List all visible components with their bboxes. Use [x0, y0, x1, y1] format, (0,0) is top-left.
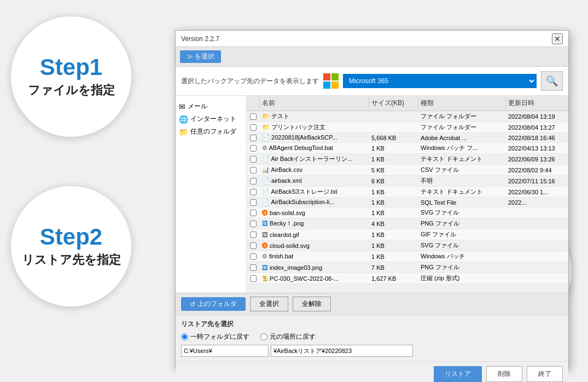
row-checkbox[interactable]: [247, 134, 260, 142]
file-type-icon: 📁: [262, 113, 270, 119]
row-checkbox[interactable]: [247, 241, 260, 250]
row-checkbox[interactable]: [247, 230, 260, 239]
sidebar-item-internet-label: インターネット: [190, 114, 236, 124]
row-checkbox[interactable]: [247, 252, 260, 261]
row-size: 1 KB: [369, 252, 418, 261]
row-type: テキスト ドキュメント: [418, 187, 506, 197]
row-size: 7 KB: [369, 263, 418, 272]
row-checkbox[interactable]: [247, 166, 260, 175]
file-type-icon: 🅐: [262, 242, 268, 249]
row-date: [506, 277, 568, 280]
step2-number: Step2: [40, 224, 102, 250]
file-type-icon: 📄: [262, 155, 270, 162]
dest-section-label: リストア先を選択: [181, 320, 563, 329]
select-all-button[interactable]: 全選択: [250, 297, 288, 311]
row-type: SVG ファイル: [418, 240, 506, 251]
table-row: ⚙ ABAgent DebugTool.bat 1 KB Windows バッチ…: [247, 143, 568, 154]
folder-icon: 📁: [179, 128, 188, 136]
deselect-all-button[interactable]: 全解除: [293, 297, 331, 311]
sidebar-item-folder[interactable]: 📁 任意のフォルダ: [178, 125, 244, 138]
step1-number: Step1: [40, 55, 102, 80]
file-list-body: 📁 テスト ファイル フォルダー 2022/08/04 13:19 📁 プリント…: [247, 111, 568, 293]
row-date: 2022/04/13 13:13: [506, 144, 568, 153]
sidebar-item-internet[interactable]: 🌐 インターネット: [178, 113, 244, 125]
row-size: 5,668 KB: [369, 134, 418, 142]
row-name: ⚙ finish.bat: [260, 252, 369, 261]
up-folder-button[interactable]: ↺ 上のフォルダ: [181, 297, 246, 311]
dest-options: 一時フォルダに戻す 元の場所に戻す: [181, 332, 563, 342]
row-type: SQL Text File: [418, 198, 506, 207]
delete-button[interactable]: 削除: [486, 366, 522, 382]
file-type-icon: 🅐: [262, 210, 268, 216]
row-checkbox[interactable]: [247, 123, 260, 132]
file-type-icon: 🗜: [262, 275, 268, 282]
row-type: ファイル フォルダー: [418, 111, 506, 121]
backup-source-dropdown[interactable]: Microsoft 365: [343, 74, 537, 88]
row-name: 🅐 cloud-solid.svg: [260, 241, 369, 250]
dest-option-original[interactable]: 元の場所に戻す: [260, 332, 316, 342]
header-size: サイズ(KB): [369, 97, 418, 109]
row-name: 📄 AirBackS3ストレージ.txt: [260, 187, 369, 197]
bottom-nav-bar: ↺ 上のフォルダ 全選択 全解除: [176, 293, 568, 315]
exit-button[interactable]: 終了: [527, 366, 563, 382]
table-row: 📁 プリントバック注文 ファイル フォルダー 2022/08/04 13:27: [247, 122, 568, 133]
row-checkbox[interactable]: [247, 177, 260, 186]
row-type: PNG ファイル: [418, 262, 506, 273]
row-date: 2022/08/04 13:19: [506, 112, 568, 121]
table-row: ⚙ finish.bat 1 KB Windows バッチ: [247, 251, 568, 262]
dest-radio-original[interactable]: [260, 333, 267, 340]
row-checkbox[interactable]: [247, 155, 260, 164]
header-date: 更新日時: [506, 97, 568, 109]
top-panel: 選択したバックアップ先のデータを表示します Microsoft 365 🔍: [176, 67, 568, 96]
row-name: 📄 airback.xml: [260, 176, 369, 186]
table-row: 📄 Air Backインストーラーリン... 1 KB テキスト ドキュメント …: [247, 154, 568, 165]
destination-section: リストア先を選択 一時フォルダに戻す 元の場所に戻す: [176, 315, 568, 361]
sidebar-item-mail[interactable]: ✉ メール: [178, 100, 244, 113]
row-checkbox[interactable]: [247, 112, 260, 121]
sidebar-tree: ✉ メール 🌐 インターネット 📁 任意のフォルダ: [176, 96, 247, 293]
back-select-button[interactable]: ≫ を選択: [180, 50, 221, 63]
main-dialog: Version 2.2.7 ✕ ≫ を選択 選択したバックアップ先のデータを表示…: [175, 30, 569, 369]
row-date: [506, 245, 568, 247]
row-size: 1 KB: [369, 230, 418, 239]
row-size: 1 KB: [369, 144, 418, 153]
microsoft-logo: [323, 73, 339, 89]
row-name: 📄 AirBackSubscription-li...: [260, 198, 369, 207]
row-checkbox[interactable]: [247, 209, 260, 217]
dest-path-input1[interactable]: [181, 345, 269, 357]
row-date: 2022/08/18 16:46: [506, 134, 568, 142]
row-date: 2022/07/11 15:16: [506, 177, 568, 186]
dest-option-temp-label: 一時フォルダに戻す: [190, 332, 249, 342]
file-type-icon: 📄: [262, 199, 270, 205]
row-name: 🖼 Becky！.png: [260, 218, 369, 229]
restore-button[interactable]: リストア: [434, 366, 482, 382]
row-type: テキスト ドキュメント: [418, 154, 506, 164]
file-type-icon: 🖼: [262, 231, 268, 238]
row-type: SVG ファイル: [418, 207, 506, 218]
row-checkbox[interactable]: [247, 219, 260, 228]
close-button[interactable]: ✕: [552, 33, 563, 44]
row-type: Adobe Acrobat ...: [418, 134, 506, 142]
row-date: [506, 223, 568, 225]
row-size: 1 KB: [369, 198, 418, 207]
row-checkbox[interactable]: [247, 274, 260, 283]
row-checkbox[interactable]: [247, 144, 260, 153]
dest-option-temp[interactable]: 一時フォルダに戻す: [181, 332, 249, 342]
row-size: 1 KB: [369, 155, 418, 164]
table-row: 🖼 index_image03.png 7 KB PNG ファイル: [247, 262, 568, 273]
sidebar-item-folder-label: 任意のフォルダ: [190, 127, 236, 136]
row-type: Windows バッチ フ...: [418, 143, 506, 153]
dest-path-row: [181, 345, 563, 357]
row-checkbox[interactable]: [247, 198, 260, 207]
row-name: 🗜 PC-030_SWC-2022-08-...: [260, 274, 369, 283]
dest-path-input2[interactable]: [271, 345, 413, 357]
row-date: [506, 256, 568, 258]
row-date: [506, 212, 568, 214]
row-checkbox[interactable]: [247, 188, 260, 196]
search-button[interactable]: 🔍: [541, 71, 563, 91]
row-size: 1,627 KB: [369, 274, 418, 283]
dest-radio-temp[interactable]: [181, 333, 188, 340]
row-date: 2022/06/09 13:26: [506, 155, 568, 164]
table-row: 🖼 Becky！.png 4 KB PNG ファイル: [247, 218, 568, 229]
row-checkbox[interactable]: [247, 263, 260, 272]
